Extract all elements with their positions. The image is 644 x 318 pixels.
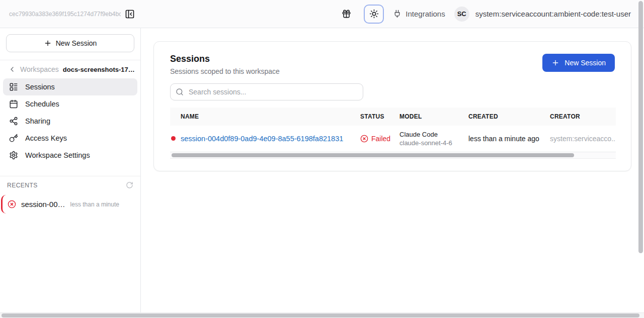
workspace-name: docs-screenshots-17… — [63, 66, 134, 73]
layout-list-icon — [9, 82, 18, 91]
sidebar-item-label: Sessions — [25, 83, 55, 91]
status-dot-icon — [171, 136, 176, 141]
page-vertical-scrollbar-thumb[interactable] — [638, 1, 643, 253]
search-input[interactable] — [170, 83, 363, 100]
column-header-created: CREATED — [468, 108, 550, 126]
user-menu[interactable]: SC system:serviceaccount:ambient-code:te… — [454, 7, 631, 22]
workspaces-label[interactable]: Workspaces — [20, 65, 59, 73]
recent-session-name: session-00… — [21, 200, 65, 208]
column-header-model: MODEL — [399, 108, 468, 126]
topbar: cec79930a383e369f195c1274d77f9eb4bc3fa19 — [0, 0, 644, 28]
integrations-link[interactable]: Integrations — [393, 10, 445, 18]
page-hscrollbar-thumb[interactable] — [2, 313, 639, 317]
table-row: session-004d0f89-0ad9-4e09-8a55-6198fa82… — [170, 126, 616, 152]
recents-header: RECENTS — [0, 181, 140, 192]
whats-new-button[interactable] — [338, 6, 355, 23]
gear-icon — [9, 151, 18, 160]
column-header-creator: CREATOR — [550, 108, 616, 126]
workspace-hash: cec79930a383e369f195c1274d77f9eb4bc3fa19 — [9, 11, 121, 18]
status-badge: Failed — [360, 135, 395, 143]
back-to-workspaces-button[interactable] — [8, 65, 16, 73]
plus-icon — [551, 59, 559, 67]
page-horizontal-scrollbar — [0, 312, 644, 318]
sidebar-item-label: Schedules — [25, 100, 59, 108]
sidebar-collapse-button[interactable] — [124, 8, 136, 20]
sidebar-new-session-button[interactable]: New Session — [6, 34, 134, 52]
status-label: Failed — [371, 135, 390, 143]
sidebar-item-workspace-settings[interactable]: Workspace Settings — [3, 147, 137, 164]
plus-icon — [44, 39, 52, 47]
recents-refresh-button[interactable] — [126, 181, 133, 189]
sessions-table: NAME STATUS MODEL CREATED CREATOR sessio… — [170, 108, 616, 152]
column-header-name: NAME — [170, 108, 360, 126]
recents-title: RECENTS — [7, 182, 38, 189]
panel-left-close-icon — [125, 9, 135, 19]
sidebar-item-sessions[interactable]: Sessions — [3, 78, 137, 95]
recent-session-item[interactable]: session-00… less than a minute — [1, 195, 139, 214]
table-scrollbar-thumb[interactable] — [172, 153, 574, 157]
circle-x-icon — [360, 135, 368, 143]
sidebar-item-label: Access Keys — [25, 134, 67, 142]
breadcrumb: Workspaces docs-screenshots-17… — [0, 60, 140, 77]
chevron-left-icon — [8, 65, 16, 73]
search-wrapper — [170, 83, 363, 100]
creator: system:serviceacco.. — [550, 126, 616, 152]
table-horizontal-scrollbar — [170, 152, 616, 159]
sidebar: New Session Workspaces docs-screenshots-… — [0, 28, 141, 312]
topbar-right: Integrations SC system:serviceaccount:am… — [141, 0, 644, 28]
new-session-label: New Session — [565, 59, 606, 67]
refresh-icon — [126, 181, 133, 189]
share-icon — [9, 117, 18, 126]
created-at: less than a minute ago — [468, 126, 550, 152]
session-name-cell: session-004d0f89-0ad9-4e09-8a55-6198fa82… — [170, 135, 356, 143]
model-name: Claude Code — [399, 131, 464, 138]
sidebar-new-session-label: New Session — [56, 39, 97, 47]
gift-icon — [342, 9, 351, 19]
session-link[interactable]: session-004d0f89-0ad9-4e09-8a55-6198fa82… — [181, 135, 343, 143]
card-header: Sessions Sessions scoped to this workspa… — [170, 54, 615, 75]
model-id: claude-sonnet-4-6 — [399, 139, 464, 147]
sidebar-item-label: Workspace Settings — [25, 151, 90, 159]
recent-session-time: less than a minute — [70, 201, 119, 208]
card-title-block: Sessions Sessions scoped to this workspa… — [170, 54, 280, 75]
recents-section: RECENTS session-00… less than a minute — [0, 176, 140, 214]
integrations-label: Integrations — [406, 10, 445, 18]
app: cec79930a383e369f195c1274d77f9eb4bc3fa19 — [0, 0, 644, 312]
topbar-left: cec79930a383e369f195c1274d77f9eb4bc3fa19 — [0, 0, 141, 28]
page-subtitle: Sessions scoped to this workspace — [170, 67, 280, 75]
column-header-status: STATUS — [360, 108, 399, 126]
sidebar-nav: Sessions Schedules Sharing Access Keys — [0, 77, 140, 165]
sidebar-item-access-keys[interactable]: Access Keys — [3, 130, 137, 147]
sessions-card: Sessions Sessions scoped to this workspa… — [153, 41, 631, 171]
page-title: Sessions — [170, 54, 280, 64]
avatar: SC — [454, 7, 469, 22]
main-content: Sessions Sessions scoped to this workspa… — [141, 28, 644, 312]
plug-icon — [393, 10, 401, 18]
table-header-row: NAME STATUS MODEL CREATED CREATOR — [170, 108, 616, 126]
search-icon — [176, 88, 184, 96]
sidebar-item-schedules[interactable]: Schedules — [3, 95, 137, 113]
new-session-button[interactable]: New Session — [542, 54, 615, 72]
calendar-icon — [9, 99, 18, 109]
sun-icon — [369, 9, 379, 19]
account-name: system:serviceaccount:ambient-code:test-… — [475, 10, 631, 18]
key-icon — [9, 134, 18, 143]
circle-x-icon — [8, 200, 16, 208]
sidebar-item-sharing[interactable]: Sharing — [3, 113, 137, 130]
sidebar-item-label: Sharing — [25, 117, 50, 125]
theme-toggle-button[interactable] — [364, 5, 384, 24]
